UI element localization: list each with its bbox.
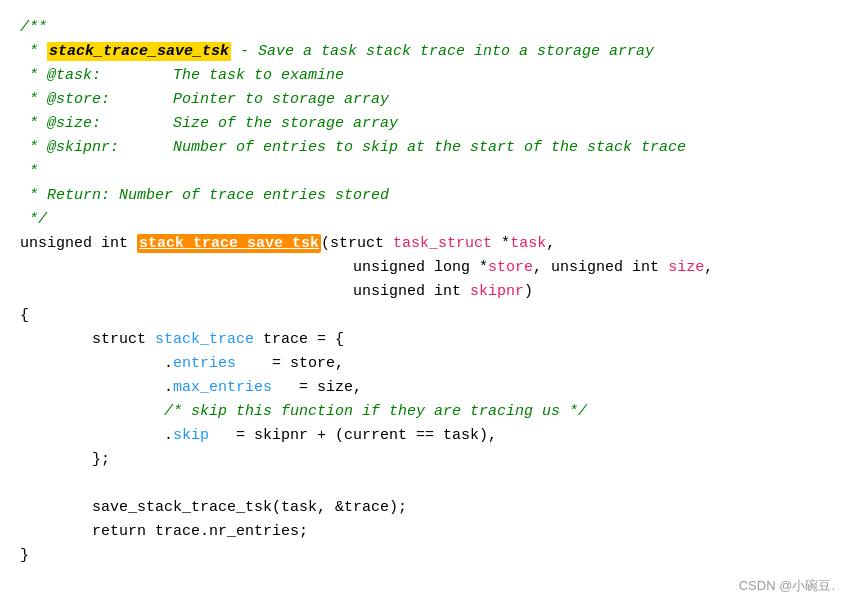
code-line-15: .entries = store, [20, 352, 831, 376]
code-line-19: }; [20, 448, 831, 472]
code-line-11: unsigned long *store, unsigned int size, [20, 256, 831, 280]
code-line-18: .skip = skipnr + (current == task), [20, 424, 831, 448]
code-line-22: return trace.nr_entries; [20, 520, 831, 544]
code-line-17: /* skip this function if they are tracin… [20, 400, 831, 424]
watermark: CSDN @小碗豆. [739, 576, 835, 597]
code-line-2: * stack_trace_save_tsk - Save a task sta… [20, 40, 831, 64]
func-name-comment: stack_trace_save_tsk [47, 42, 231, 61]
code-line-10: unsigned int stack_trace_save_tsk(struct… [20, 232, 831, 256]
code-line-23: } [20, 544, 831, 568]
code-line-8: * Return: Number of trace entries stored [20, 184, 831, 208]
code-line-21: save_stack_trace_tsk(task, &trace); [20, 496, 831, 520]
code-line-9: */ [20, 208, 831, 232]
code-line-3: * @task: The task to examine [20, 64, 831, 88]
code-line-1: /** [20, 16, 831, 40]
code-line-16: .max_entries = size, [20, 376, 831, 400]
code-container: /** * stack_trace_save_tsk - Save a task… [0, 0, 851, 609]
code-line-4: * @store: Pointer to storage array [20, 88, 831, 112]
code-line-5: * @size: Size of the storage array [20, 112, 831, 136]
code-line-14: struct stack_trace trace = { [20, 328, 831, 352]
func-name-def: stack_trace_save_tsk [137, 234, 321, 253]
code-line-13: { [20, 304, 831, 328]
code-line-12: unsigned int skipnr) [20, 280, 831, 304]
code-line-7: * [20, 160, 831, 184]
code-line-20 [20, 472, 831, 496]
code-line-6: * @skipnr: Number of entries to skip at … [20, 136, 831, 160]
